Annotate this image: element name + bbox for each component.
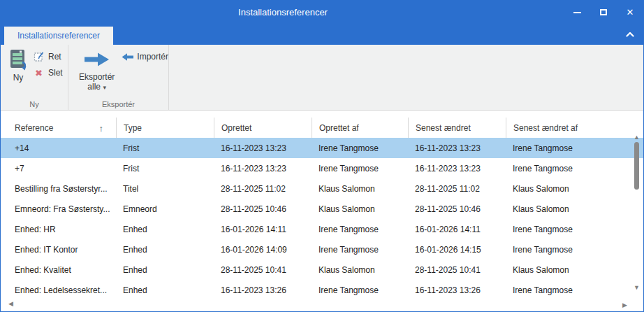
table-cell: Klaus Salomon: [506, 260, 643, 280]
ny-button[interactable]: Ny: [3, 45, 33, 98]
table-row[interactable]: +14Frist16-11-2023 13:23Irene Tangmose16…: [1, 138, 643, 158]
column-header-oprettet[interactable]: Oprettet: [214, 118, 312, 138]
table-cell: +7: [1, 158, 116, 178]
table-cell: Enhed: [116, 239, 214, 260]
vertical-scrollbar-thumb[interactable]: [634, 142, 639, 190]
tab-installationsreferencer[interactable]: Installationsreferencer: [4, 27, 113, 45]
sort-ascending-icon[interactable]: ↑: [99, 122, 104, 133]
maximize-icon: [600, 9, 607, 15]
title-bar: Installationsreferencer ✕: [1, 1, 643, 24]
import-arrow-icon: [122, 51, 133, 62]
ribbon-group-ny: Ny Ret ✖: [1, 45, 68, 110]
close-button[interactable]: ✕: [617, 1, 643, 24]
table-cell: Enhed: [116, 219, 214, 239]
export-arrow-icon: [85, 51, 110, 68]
table-cell: Enhed: IT Kontor: [1, 239, 116, 260]
eksporter-alle-button[interactable]: Eksportér alle ▾: [78, 45, 116, 98]
column-header-reference[interactable]: Reference ↑: [1, 118, 116, 138]
table-cell: Bestilling fra Søsterstyr...: [1, 178, 116, 199]
table-cell: Emneord: [116, 199, 214, 219]
table-cell: 28-11-2025 11:02: [408, 178, 506, 199]
table-cell: 16-01-2026 14:11: [408, 219, 506, 239]
table-cell: Emneord: Fra Søstersty...: [1, 199, 116, 219]
ny-button-label: Ny: [13, 73, 24, 83]
ribbon-empty-area: [169, 45, 643, 110]
table-cell: Irene Tangmose: [506, 219, 643, 239]
ribbon-group-caption-ny: Ny: [1, 100, 68, 108]
table-row[interactable]: Enhed: Ledelsessekret...Enhed16-11-2023 …: [1, 280, 643, 300]
minimize-icon: [573, 12, 581, 13]
table-cell: Irene Tangmose: [312, 158, 408, 178]
table-cell: Enhed: [116, 280, 214, 300]
table-row[interactable]: +7Frist16-11-2023 13:23Irene Tangmose16-…: [1, 158, 643, 178]
table-cell: Irene Tangmose: [312, 280, 408, 300]
new-record-icon: [8, 48, 29, 71]
scroll-up-icon[interactable]: ▲: [634, 134, 640, 141]
close-icon: ✕: [627, 8, 634, 17]
table-row[interactable]: Enhed: KvalitetEnhed28-11-2025 10:41Klau…: [1, 260, 643, 280]
ret-button[interactable]: Ret: [33, 51, 63, 62]
slet-button-label: Slet: [48, 68, 63, 78]
column-header-type[interactable]: Type: [116, 118, 214, 138]
table-cell: Irene Tangmose: [506, 158, 643, 178]
table-cell: Irene Tangmose: [312, 138, 408, 158]
table-cell: 16-01-2026 14:11: [214, 219, 312, 239]
column-header-senest-aendret[interactable]: Senest ændret: [408, 118, 506, 138]
table-cell: Enhed: Kvalitet: [1, 260, 116, 280]
table-cell: 28-11-2025 11:02: [214, 178, 312, 199]
scroll-left-icon[interactable]: ◀: [8, 301, 13, 307]
table-cell: 16-11-2023 13:26: [214, 280, 312, 300]
table-row[interactable]: Enhed: IT KontorEnhed16-01-2026 14:09Ire…: [1, 239, 643, 260]
table-cell: 28-11-2025 10:41: [408, 260, 506, 280]
table-cell: 16-11-2023 13:26: [408, 280, 506, 300]
table-cell: Klaus Salomon: [312, 199, 408, 219]
ret-button-label: Ret: [48, 52, 61, 62]
table-row[interactable]: Bestilling fra Søsterstyr...Titel28-11-2…: [1, 178, 643, 199]
table-cell: Enhed: [116, 260, 214, 280]
table-cell: Irene Tangmose: [312, 219, 408, 239]
window-title: Installationsreferencer: [1, 1, 565, 24]
table-cell: 16-01-2026 14:09: [214, 239, 312, 260]
table-cell: Irene Tangmose: [312, 239, 408, 260]
column-header-oprettet-af[interactable]: Oprettet af: [312, 118, 408, 138]
table-cell: 28-11-2025 10:46: [214, 199, 312, 219]
importer-button-label: Importér: [137, 52, 168, 62]
table-cell: Enhed: HR: [1, 219, 116, 239]
table-cell: Klaus Salomon: [312, 260, 408, 280]
table-cell: 16-11-2023 13:23: [408, 158, 506, 178]
app-window: Installationsreferencer ✕ Installationsr…: [0, 0, 644, 312]
eksporter-alle-label-line2: alle: [87, 82, 101, 92]
table-cell: +14: [1, 138, 116, 158]
table-body: +14Frist16-11-2023 13:23Irene Tangmose16…: [1, 138, 643, 300]
table-row[interactable]: Emneord: Fra Søstersty...Emneord28-11-20…: [1, 199, 643, 219]
delete-icon: ✖: [33, 67, 45, 78]
table-cell: 16-11-2023 13:23: [408, 138, 506, 158]
table-cell: 28-11-2025 10:41: [214, 260, 312, 280]
table-cell: Frist: [116, 158, 214, 178]
table-cell: Enhed: Ledelsessekret...: [1, 280, 116, 300]
scroll-right-icon[interactable]: ▶: [622, 302, 627, 309]
minimize-button[interactable]: [564, 1, 590, 24]
table-cell: Frist: [116, 138, 214, 158]
slet-button[interactable]: ✖ Slet: [33, 67, 63, 78]
table-cell: Klaus Salomon: [506, 178, 643, 199]
dropdown-caret-icon: ▾: [103, 84, 106, 91]
ribbon: Ny Ret ✖: [1, 45, 643, 111]
eksporter-alle-label-line1: Eksportér: [79, 72, 115, 82]
table-cell: Titel: [116, 178, 214, 199]
column-header-senest-aendret-af[interactable]: Senest ændret af: [506, 118, 643, 138]
chevron-up-icon: [626, 31, 634, 37]
scroll-down-icon[interactable]: ▼: [634, 285, 640, 291]
table-cell: 16-11-2023 13:23: [214, 138, 312, 158]
table-cell: Klaus Salomon: [506, 199, 643, 219]
table-cell: Klaus Salomon: [312, 178, 408, 199]
maximize-button[interactable]: [590, 1, 617, 24]
table-cell: Irene Tangmose: [506, 138, 643, 158]
table-row[interactable]: Enhed: HREnhed16-01-2026 14:11Irene Tang…: [1, 219, 643, 239]
edit-icon: [33, 51, 45, 62]
table-cell: 16-11-2023 13:23: [214, 158, 312, 178]
importer-button[interactable]: Importér: [122, 51, 168, 62]
ribbon-collapse-button[interactable]: [622, 27, 638, 41]
grid: Reference ↑ Type Oprettet Oprettet af Se…: [1, 111, 643, 311]
table-cell: 16-01-2026 14:15: [408, 239, 506, 260]
